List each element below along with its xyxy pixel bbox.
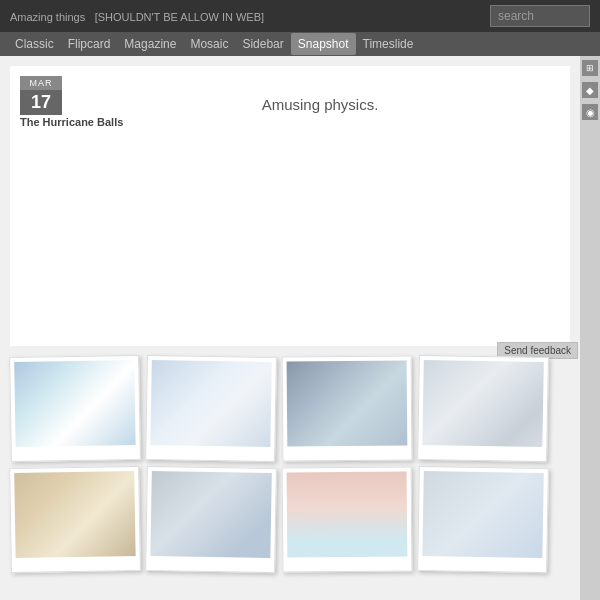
photo-7[interactable] [282, 466, 413, 572]
title-main: Amazing things [10, 11, 85, 23]
blog-post: MAR 17 Amusing physics. The Hurricane Ba… [10, 66, 570, 346]
image-row-1 [10, 356, 570, 461]
main-content: MAR 17 Amusing physics. The Hurricane Ba… [0, 56, 580, 600]
photo-5[interactable] [9, 466, 141, 573]
nav-snapshot[interactable]: Snapshot [291, 33, 356, 55]
navigation: Classic Flipcard Magazine Mosaic Sidebar… [0, 32, 600, 56]
nav-flipcard[interactable]: Flipcard [61, 33, 118, 55]
date-badge: MAR 17 [20, 76, 62, 115]
right-sidebar: ⊞ ◆ ◉ [580, 56, 600, 600]
nav-mosaic[interactable]: Mosaic [183, 33, 235, 55]
nav-timeslide[interactable]: Timeslide [356, 33, 421, 55]
rss-icon[interactable]: ◉ [582, 104, 598, 120]
photo-6[interactable] [145, 466, 277, 573]
tag-icon[interactable]: ◆ [582, 82, 598, 98]
image-grid [0, 356, 580, 588]
photo-8[interactable] [417, 466, 549, 573]
nav-magazine[interactable]: Magazine [117, 33, 183, 55]
photo-4[interactable] [417, 355, 549, 462]
site-title: Amazing things [SHOULDN'T BE ALLOW IN WE… [10, 7, 264, 25]
image-row-2 [10, 467, 570, 572]
post-title: The Hurricane Balls [20, 116, 123, 128]
nav-sidebar[interactable]: Sidebar [235, 33, 290, 55]
search-input[interactable] [490, 5, 590, 27]
header: Amazing things [SHOULDN'T BE ALLOW IN WE… [0, 0, 600, 32]
title-sub: [SHOULDN'T BE ALLOW IN WEB] [95, 11, 264, 23]
grid-icon[interactable]: ⊞ [582, 60, 598, 76]
photo-3[interactable] [282, 355, 413, 461]
date-month: MAR [20, 76, 62, 90]
photo-1[interactable] [9, 355, 141, 462]
nav-classic[interactable]: Classic [8, 33, 61, 55]
photo-2[interactable] [145, 355, 277, 462]
date-day: 17 [20, 90, 62, 115]
content-area: MAR 17 Amusing physics. The Hurricane Ba… [0, 56, 600, 600]
